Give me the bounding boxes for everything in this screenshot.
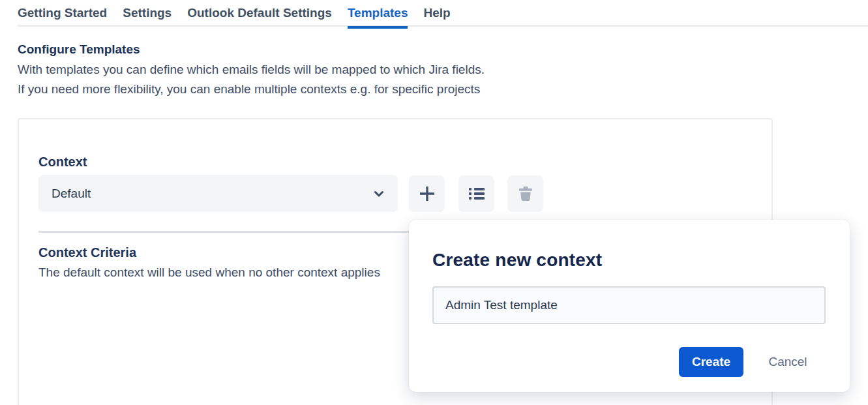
tab-templates[interactable]: Templates — [348, 0, 408, 27]
create-context-dialog: Create new context Create Cancel — [409, 220, 850, 392]
context-criteria-heading: Context Criteria — [38, 245, 136, 260]
list-icon — [468, 186, 485, 202]
tab-settings[interactable]: Settings — [123, 0, 172, 27]
dialog-title: Create new context — [432, 250, 602, 271]
context-select[interactable]: Default — [38, 175, 398, 212]
tab-getting-started[interactable]: Getting Started — [18, 0, 107, 27]
context-criteria-description: The default context will be used when no… — [38, 265, 412, 280]
tab-outlook-default-settings[interactable]: Outlook Default Settings — [187, 0, 332, 27]
cancel-button[interactable]: Cancel — [763, 347, 813, 377]
trash-icon — [516, 185, 535, 203]
tab-bar: Getting Started Settings Outlook Default… — [18, 0, 868, 27]
context-name-input[interactable] — [432, 286, 826, 324]
list-contexts-button[interactable] — [458, 175, 494, 212]
delete-context-button[interactable] — [507, 175, 543, 212]
chevron-down-icon — [373, 188, 385, 200]
page-description-line2: If you need more flexibility, you can en… — [18, 82, 480, 97]
add-context-button[interactable] — [409, 175, 445, 212]
context-select-value: Default — [52, 187, 91, 201]
page-description-line1: With templates you can define which emai… — [18, 63, 485, 77]
page-title: Configure Templates — [18, 42, 140, 57]
context-heading: Context — [38, 155, 87, 170]
plus-icon — [417, 184, 437, 203]
create-button[interactable]: Create — [679, 347, 743, 377]
tab-help[interactable]: Help — [423, 0, 450, 27]
